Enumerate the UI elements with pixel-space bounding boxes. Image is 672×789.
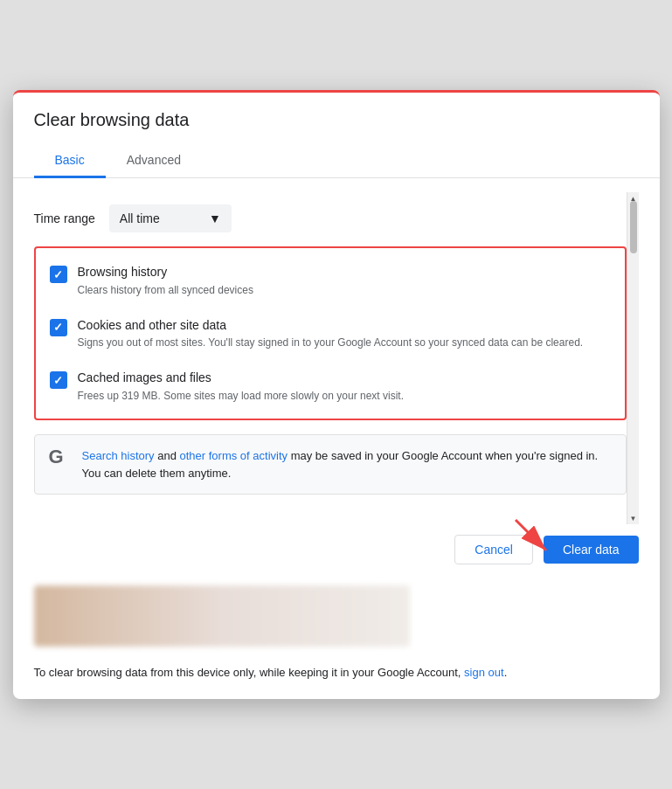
arrow-container [507, 516, 559, 563]
checkboxes-container: ✓ Browsing history Clears history from a… [34, 246, 627, 420]
checkmark-icon: ✓ [53, 268, 63, 281]
google-info-text: Search history and other forms of activi… [82, 447, 612, 481]
time-range-select[interactable]: All time ▼ [109, 204, 232, 232]
search-history-link[interactable]: Search history [82, 449, 155, 462]
tab-basic[interactable]: Basic [34, 144, 106, 178]
browsing-history-title: Browsing history [78, 264, 611, 281]
tab-advanced[interactable]: Advanced [106, 144, 202, 178]
browsing-history-desc: Clears history from all synced devices [78, 283, 611, 298]
checkmark-icon: ✓ [53, 321, 63, 334]
checkbox-cookies-box[interactable]: ✓ [50, 319, 67, 336]
checkmark-icon: ✓ [53, 374, 63, 387]
svg-line-1 [516, 520, 546, 550]
dialog-footer: Cancel Clear data [13, 524, 660, 585]
blurred-section [34, 585, 410, 647]
checkbox-cached: ✓ Cached images and files Frees up 319 M… [36, 361, 625, 412]
cookies-text: Cookies and other site data Signs you ou… [78, 317, 611, 350]
checkbox-browsing-history: ✓ Browsing history Clears history from a… [36, 255, 625, 306]
time-range-label: Time range [34, 211, 95, 225]
cookies-title: Cookies and other site data [78, 317, 611, 335]
checkbox-browsing-history-box[interactable]: ✓ [50, 266, 67, 283]
dialog-body: Time range All time ▼ ✓ Browsing history… [13, 178, 660, 524]
sign-out-link[interactable]: sign out [464, 666, 504, 679]
google-info-box: G Search history and other forms of acti… [34, 434, 627, 495]
cached-desc: Frees up 319 MB. Some sites may load mor… [78, 389, 611, 404]
cookies-desc: Signs you out of most sites. You'll stay… [78, 336, 611, 350]
checkbox-cached-box[interactable]: ✓ [50, 371, 67, 389]
arrow-indicator-svg [507, 516, 559, 559]
scrollbar[interactable]: ▲ ▼ [627, 192, 639, 524]
sign-out-text-before: To clear browsing data from this device … [34, 666, 465, 679]
time-range-row: Time range All time ▼ [34, 204, 627, 232]
google-g-icon: G [49, 447, 70, 467]
dropdown-icon: ▼ [209, 211, 221, 225]
scroll-down-arrow[interactable]: ▼ [627, 512, 640, 524]
content-area: Time range All time ▼ ✓ Browsing history… [34, 192, 627, 524]
cached-title: Cached images and files [78, 370, 611, 387]
blurred-section-wrap [13, 585, 660, 647]
checkbox-cookies: ✓ Cookies and other site data Signs you … [36, 308, 625, 359]
tabs-container: Basic Advanced [13, 144, 660, 178]
scrollbar-thumb[interactable] [630, 201, 637, 253]
dialog-header: Clear browsing data Basic Advanced [13, 93, 660, 178]
dialog-title: Clear browsing data [34, 110, 639, 130]
clear-browsing-data-dialog: Clear browsing data Basic Advanced Time … [13, 90, 660, 699]
browsing-history-text: Browsing history Clears history from all… [78, 264, 611, 297]
google-info-text-middle: and [155, 449, 180, 462]
time-range-value: All time [120, 211, 160, 225]
cached-text: Cached images and files Frees up 319 MB.… [78, 370, 611, 403]
other-activity-link[interactable]: other forms of activity [180, 449, 288, 462]
sign-out-period: . [504, 666, 508, 679]
sign-out-text: To clear browsing data from this device … [13, 664, 660, 699]
